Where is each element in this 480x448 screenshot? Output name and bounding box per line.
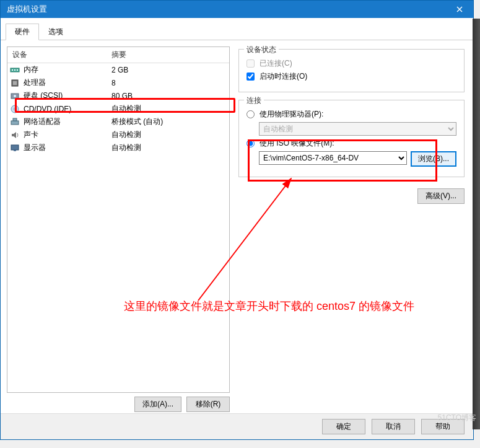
device-name: 显示器 bbox=[22, 143, 107, 153]
ok-button[interactable]: 确定 bbox=[322, 419, 365, 434]
svg-point-9 bbox=[14, 108, 16, 110]
device-name: 网络适配器 bbox=[22, 116, 107, 127]
device-name: 声卡 bbox=[22, 130, 107, 140]
advanced-button[interactable]: 高级(V)... bbox=[417, 188, 465, 204]
svg-point-7 bbox=[14, 95, 16, 97]
titlebar: 虚拟机设置 bbox=[1, 1, 473, 18]
connected-label: 已连接(C) bbox=[260, 58, 292, 69]
device-name: CD/DVD (IDE) bbox=[22, 105, 107, 113]
device-rows: 内存2 GB处理器8硬盘 (SCSI)80 GBCD/DVD (IDE)自动检测… bbox=[7, 63, 229, 392]
memory-icon bbox=[7, 65, 22, 75]
bottom-bar: 确定 取消 帮助 bbox=[1, 413, 473, 439]
device-status-group: 设备状态 已连接(C) 启动时连接(O) bbox=[238, 49, 465, 92]
header-summary: 摘要 bbox=[107, 47, 229, 63]
tab-strip: 硬件 选项 bbox=[1, 18, 473, 40]
cd-icon bbox=[7, 104, 22, 114]
svg-rect-13 bbox=[14, 150, 16, 151]
connection-group: 连接 使用物理驱动器(P): 自动检测 使用 ISO 映像文件(M): E: bbox=[238, 100, 465, 177]
connection-title: 连接 bbox=[244, 95, 264, 106]
connect-at-power-label: 启动时连接(O) bbox=[260, 71, 307, 82]
remove-button[interactable]: 移除(R) bbox=[186, 397, 230, 412]
device-summary: 自动检测 bbox=[107, 103, 229, 114]
svg-rect-10 bbox=[11, 121, 19, 125]
connected-checkbox[interactable] bbox=[247, 59, 255, 68]
device-name: 处理器 bbox=[22, 77, 107, 88]
device-row[interactable]: 内存2 GB bbox=[7, 63, 229, 76]
iso-path-select[interactable]: E:\vim\CentOS-7-x86_64-DV bbox=[259, 151, 407, 165]
svg-rect-12 bbox=[11, 145, 19, 150]
close-icon bbox=[456, 6, 463, 12]
use-iso-label: 使用 ISO 映像文件(M): bbox=[260, 138, 334, 149]
svg-rect-5 bbox=[13, 81, 17, 85]
svg-rect-1 bbox=[12, 69, 13, 71]
list-header: 设备 摘要 bbox=[7, 47, 229, 63]
device-row[interactable]: 网络适配器桥接模式 (自动) bbox=[7, 115, 229, 128]
device-summary: 自动检测 bbox=[107, 143, 229, 153]
vm-settings-dialog: 虚拟机设置 硬件 选项 设备 摘要 内存2 GB处理器8硬盘 (SCSI)80 … bbox=[0, 0, 474, 440]
device-row[interactable]: CD/DVD (IDE)自动检测 bbox=[7, 102, 229, 115]
device-status-title: 设备状态 bbox=[244, 45, 279, 55]
connect-at-power-checkbox[interactable] bbox=[247, 72, 255, 81]
device-summary: 8 bbox=[107, 79, 229, 87]
svg-rect-11 bbox=[13, 118, 17, 121]
disk-icon bbox=[7, 91, 22, 101]
device-summary: 80 GB bbox=[107, 92, 229, 100]
browse-button[interactable]: 浏览(B)... bbox=[411, 151, 456, 167]
svg-rect-2 bbox=[14, 69, 15, 71]
device-summary: 桥接模式 (自动) bbox=[107, 116, 229, 127]
right-panel: 设备状态 已连接(C) 启动时连接(O) 连接 使用物理驱动器(P): bbox=[236, 46, 467, 412]
device-list: 设备 摘要 内存2 GB处理器8硬盘 (SCSI)80 GBCD/DVD (ID… bbox=[7, 46, 230, 393]
tab-hardware[interactable]: 硬件 bbox=[6, 24, 39, 40]
tab-options[interactable]: 选项 bbox=[39, 24, 72, 40]
watermark: 51CTO博客 bbox=[438, 413, 476, 423]
display-icon bbox=[7, 143, 22, 153]
header-device: 设备 bbox=[7, 47, 107, 63]
dialog-title: 虚拟机设置 bbox=[7, 4, 446, 15]
content-area: 设备 摘要 内存2 GB处理器8硬盘 (SCSI)80 GBCD/DVD (ID… bbox=[1, 40, 473, 418]
network-icon bbox=[7, 117, 22, 127]
close-button[interactable] bbox=[446, 1, 473, 18]
left-buttons: 添加(A)... 移除(R) bbox=[7, 393, 230, 412]
device-name: 硬盘 (SCSI) bbox=[22, 90, 107, 101]
svg-rect-3 bbox=[17, 69, 18, 71]
device-summary: 2 GB bbox=[107, 66, 229, 74]
cancel-button[interactable]: 取消 bbox=[372, 419, 415, 434]
device-row[interactable]: 处理器8 bbox=[7, 76, 229, 89]
physical-drive-select[interactable]: 自动检测 bbox=[259, 122, 456, 136]
use-physical-label: 使用物理驱动器(P): bbox=[260, 109, 323, 120]
use-iso-radio[interactable] bbox=[247, 139, 255, 147]
use-physical-radio[interactable] bbox=[247, 110, 255, 118]
device-row[interactable]: 声卡自动检测 bbox=[7, 128, 229, 141]
device-row[interactable]: 显示器自动检测 bbox=[7, 141, 229, 154]
left-panel: 设备 摘要 内存2 GB处理器8硬盘 (SCSI)80 GBCD/DVD (ID… bbox=[7, 46, 230, 412]
right-shadow bbox=[473, 19, 480, 429]
sound-icon bbox=[7, 130, 22, 140]
cpu-icon bbox=[7, 78, 22, 88]
device-name: 内存 bbox=[22, 64, 107, 75]
add-button[interactable]: 添加(A)... bbox=[134, 397, 181, 412]
device-summary: 自动检测 bbox=[107, 130, 229, 140]
device-row[interactable]: 硬盘 (SCSI)80 GB bbox=[7, 89, 229, 102]
